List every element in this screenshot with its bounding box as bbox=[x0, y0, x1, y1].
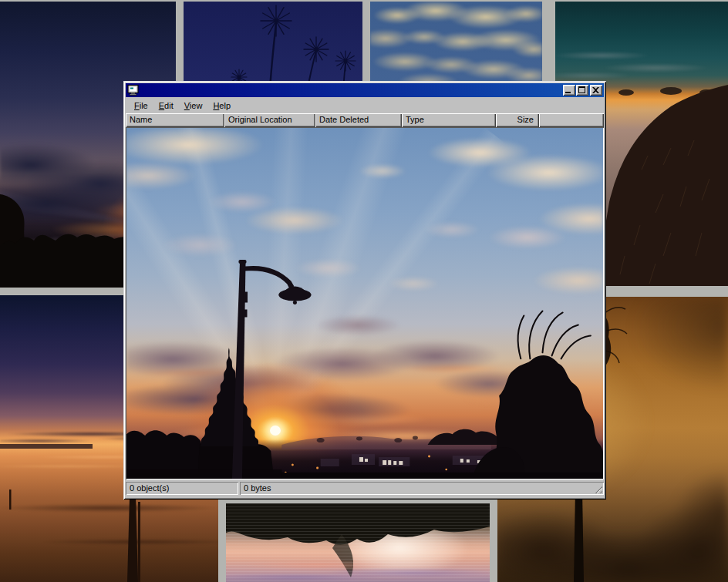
status-bytes: 0 bytes bbox=[240, 482, 604, 495]
menu-bar: File Edit View Help bbox=[126, 98, 604, 113]
minimize-icon bbox=[565, 92, 571, 93]
column-header-name[interactable]: Name bbox=[126, 113, 224, 127]
water-ripples-decoration bbox=[226, 503, 490, 582]
menu-view[interactable]: View bbox=[179, 99, 208, 113]
column-header-size[interactable]: Size bbox=[496, 113, 539, 127]
close-button[interactable] bbox=[590, 85, 602, 96]
status-objects: 0 object(s) bbox=[126, 482, 238, 495]
menu-edit[interactable]: Edit bbox=[153, 99, 179, 113]
menu-help[interactable]: Help bbox=[207, 99, 236, 113]
maximize-button[interactable] bbox=[576, 85, 588, 96]
title-bar[interactable] bbox=[126, 83, 604, 97]
minimize-button[interactable] bbox=[563, 85, 575, 96]
column-header-row: Name Original Location Date Deleted Type… bbox=[126, 113, 604, 127]
maximize-icon bbox=[578, 86, 585, 93]
wallpaper-photo-water-reflection bbox=[226, 503, 490, 582]
list-view-empty[interactable] bbox=[126, 127, 604, 479]
computer-icon bbox=[127, 85, 140, 96]
column-header-original-location[interactable]: Original Location bbox=[224, 113, 315, 127]
silhouettes-graphic bbox=[126, 128, 603, 479]
resize-grip[interactable] bbox=[593, 484, 602, 493]
sunset-lamp-photo-background bbox=[126, 128, 603, 479]
recycle-bin-window: File Edit View Help Name Original Locati… bbox=[123, 81, 606, 500]
close-icon bbox=[592, 87, 599, 93]
column-header-blank[interactable] bbox=[539, 113, 604, 127]
column-header-type[interactable]: Type bbox=[402, 113, 496, 127]
menu-file[interactable]: File bbox=[129, 99, 153, 113]
column-header-date-deleted[interactable]: Date Deleted bbox=[315, 113, 402, 127]
status-bytes-text: 0 bytes bbox=[244, 483, 271, 493]
status-bar: 0 object(s) 0 bytes bbox=[126, 479, 604, 497]
